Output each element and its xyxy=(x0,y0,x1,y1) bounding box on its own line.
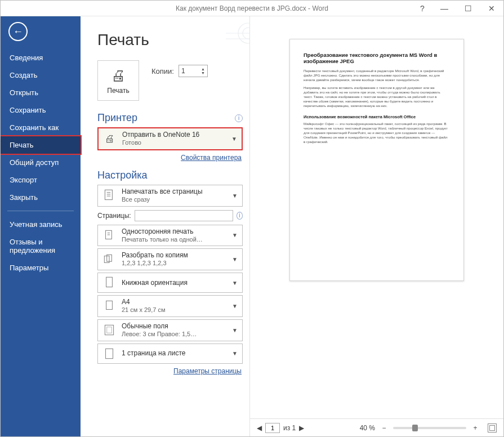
paper-sub: 21 см x 29,7 см xyxy=(122,306,226,314)
close-button[interactable]: ✕ xyxy=(480,1,503,16)
svg-rect-15 xyxy=(107,327,112,333)
print-what-title: Напечатать все страницы xyxy=(122,188,226,196)
sides-title: Односторонняя печать xyxy=(122,228,226,236)
margins-icon xyxy=(101,323,117,337)
nav-export[interactable]: Экспорт xyxy=(1,171,81,189)
chevron-down-icon: ▼ xyxy=(231,280,239,286)
print-button[interactable]: 🖨 Печать xyxy=(97,60,139,101)
orientation-title: Книжная ориентация xyxy=(122,279,226,287)
copies-spinner[interactable]: ▲▼ xyxy=(201,67,205,75)
svg-rect-16 xyxy=(106,349,113,358)
one-per-sheet-icon xyxy=(101,346,117,361)
svg-rect-13 xyxy=(106,301,113,310)
print-preview-pane: Преобразование текстового документа MS W… xyxy=(249,16,503,436)
svg-rect-3 xyxy=(105,190,112,199)
nav-save[interactable]: Сохранить xyxy=(1,101,81,119)
chevron-down-icon: ▼ xyxy=(231,256,239,262)
printer-heading: Принтер xyxy=(97,112,137,124)
next-page-button[interactable]: ▶ xyxy=(299,424,304,432)
margins-dropdown[interactable]: Обычные поля Левое: 3 см Правое: 1,5… ▼ xyxy=(97,319,243,341)
zoom-label: 40 % xyxy=(360,424,375,432)
chevron-down-icon: ▼ xyxy=(231,193,239,199)
page-title: Печать xyxy=(97,31,243,49)
copies-label: Копии: xyxy=(151,67,174,75)
chevron-down-icon: ▼ xyxy=(231,303,239,309)
copies-input[interactable]: 1 ▲▼ xyxy=(179,65,208,77)
nav-new[interactable]: Создать xyxy=(1,66,81,84)
paper-dropdown[interactable]: A4 21 см x 29,7 см ▼ xyxy=(97,295,243,317)
chevron-down-icon: ▼ xyxy=(230,136,238,142)
nav-info[interactable]: Сведения xyxy=(1,49,81,66)
doc-para: Перевести текстовый документ, созданный … xyxy=(304,69,450,82)
portrait-icon xyxy=(101,275,117,290)
info-icon[interactable]: i xyxy=(237,212,243,220)
nav-saveas[interactable]: Сохранить как xyxy=(1,119,81,136)
info-icon[interactable]: i xyxy=(235,114,243,122)
one-sided-icon xyxy=(101,228,117,243)
doc-para: Например, вы хотите вставить изображение… xyxy=(304,86,450,108)
zoom-slider[interactable] xyxy=(393,427,466,429)
preview-footer: ◀ из 1 ▶ 40 % − + xyxy=(250,418,503,436)
copies-value: 1 xyxy=(181,67,185,75)
nav-account[interactable]: Учетная запись xyxy=(1,216,81,233)
collate-sub: 1,2,3 1,2,3 1,2,3 xyxy=(122,260,226,267)
printer-name: Отправить в OneNote 16 xyxy=(122,131,226,139)
paper-size-icon xyxy=(101,298,117,313)
per-page-title: 1 страница на листе xyxy=(122,349,226,358)
svg-rect-12 xyxy=(106,277,113,287)
chevron-down-icon: ▼ xyxy=(231,232,239,238)
app-window: Как документ Ворд перевести в JPG.docx -… xyxy=(0,0,504,437)
doc-para: Майкрософт Офис — это полнофункциональны… xyxy=(304,122,450,144)
settings-heading: Настройка xyxy=(97,170,148,181)
chevron-down-icon: ▼ xyxy=(231,350,239,356)
printer-icon: 🖨 xyxy=(111,67,126,84)
print-what-sub: Все сразу xyxy=(122,196,226,204)
collate-title: Разобрать по копиям xyxy=(122,251,226,260)
page-of-label: из 1 xyxy=(283,424,296,432)
nav-separator xyxy=(7,211,74,211)
margins-sub: Левое: 3 см Правое: 1,5… xyxy=(122,331,226,338)
pages-all-icon xyxy=(101,188,117,203)
nav-open[interactable]: Открыть xyxy=(1,84,81,101)
collate-dropdown[interactable]: Разобрать по копиям 1,2,3 1,2,3 1,2,3 ▼ xyxy=(97,248,243,270)
printer-properties-link[interactable]: Свойства принтера xyxy=(97,154,242,162)
nav-print[interactable]: Печать xyxy=(0,135,82,155)
minimize-button[interactable]: — xyxy=(432,1,456,16)
nav-close[interactable]: Закрыть xyxy=(1,189,81,206)
arrow-left-icon: ← xyxy=(13,26,23,38)
help-button[interactable]: ? xyxy=(412,1,432,16)
zoom-in-button[interactable]: + xyxy=(471,424,480,432)
pages-input[interactable] xyxy=(135,210,233,221)
zoom-out-button[interactable]: − xyxy=(380,424,389,432)
doc-subheading: Использование возможностей пакета Micros… xyxy=(304,114,450,119)
print-button-label: Печать xyxy=(107,87,129,95)
pages-per-sheet-dropdown[interactable]: 1 страница на листе ▼ xyxy=(97,344,243,364)
printer-dropdown[interactable]: 🖨 Отправить в OneNote 16 Готово ▼ xyxy=(97,127,243,150)
margins-title: Обычные поля xyxy=(122,322,226,331)
backstage-sidebar: ← Сведения Создать Открыть Сохранить Сох… xyxy=(1,16,81,436)
window-controls: ? — ☐ ✕ xyxy=(412,1,503,16)
preview-page: Преобразование текстового документа MS W… xyxy=(289,39,464,281)
pages-label: Страницы: xyxy=(97,212,131,220)
sides-dropdown[interactable]: Односторонняя печать Печатать только на … xyxy=(97,225,243,247)
orientation-dropdown[interactable]: Книжная ориентация ▼ xyxy=(97,273,243,293)
prev-page-button[interactable]: ◀ xyxy=(257,424,262,432)
zoom-fit-button[interactable] xyxy=(488,423,497,432)
page-setup-link[interactable]: Параметры страницы xyxy=(97,367,242,375)
printer-status: Готово xyxy=(122,139,226,147)
window-title: Как документ Ворд перевести в JPG.docx -… xyxy=(176,5,328,12)
maximize-button[interactable]: ☐ xyxy=(456,1,480,16)
paper-title: A4 xyxy=(122,298,226,306)
nav-share[interactable]: Общий доступ xyxy=(1,154,81,171)
sides-sub: Печатать только на одной… xyxy=(122,236,226,244)
collate-icon xyxy=(101,252,117,267)
svg-rect-14 xyxy=(105,325,113,335)
titlebar: Как документ Ворд перевести в JPG.docx -… xyxy=(1,1,503,16)
preview-canvas: Преобразование текстового документа MS W… xyxy=(262,39,491,414)
nav-feedback[interactable]: Отзывы и предложения xyxy=(1,233,81,259)
page-number-input[interactable] xyxy=(265,423,280,433)
nav-options[interactable]: Параметры xyxy=(1,259,81,277)
print-what-dropdown[interactable]: Напечатать все страницы Все сразу ▼ xyxy=(97,185,243,207)
back-button[interactable]: ← xyxy=(8,22,28,41)
print-settings-pane: Печать 🖨 Печать Копии: 1 ▲▼ xyxy=(81,16,249,436)
